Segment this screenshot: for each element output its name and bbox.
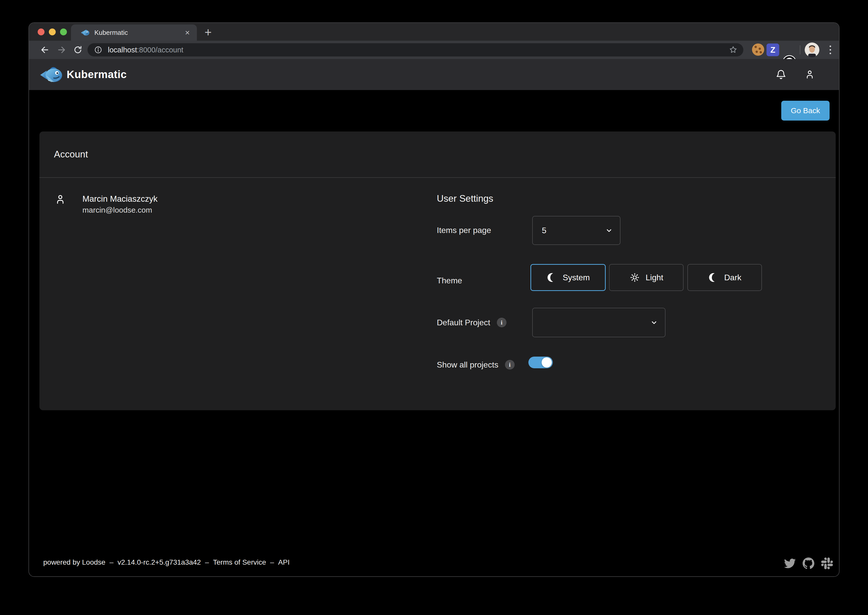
user-settings-title: User Settings xyxy=(437,193,493,204)
kubermatic-favicon-fish-icon xyxy=(81,29,90,36)
default-project-select[interactable] xyxy=(532,308,665,337)
forward-button[interactable] xyxy=(56,44,67,55)
sun-icon xyxy=(629,272,640,283)
show-all-projects-label: Show all projects xyxy=(437,360,498,370)
footer-version: v2.14.0-rc.2+5.g731a3a42 xyxy=(117,558,201,567)
account-person-icon xyxy=(54,193,66,206)
app-header: Kubermatic xyxy=(29,59,839,90)
url-host: localhost xyxy=(108,46,137,54)
chevron-down-icon xyxy=(605,226,614,235)
footer-dash: – xyxy=(205,558,209,567)
kubermatic-logo-fish-icon[interactable] xyxy=(39,65,63,84)
account-card: Account Marcin Maciaszczyk marcin@loodse… xyxy=(39,131,836,410)
tab-strip: Kubermatic × + xyxy=(29,23,839,41)
github-icon[interactable] xyxy=(802,557,814,569)
footer-terms-link[interactable]: Terms of Service xyxy=(213,558,266,567)
tab-close-icon[interactable]: × xyxy=(185,28,190,37)
twitter-icon[interactable] xyxy=(784,557,796,569)
browser-menu-icon[interactable] xyxy=(827,44,834,55)
notifications-bell-icon[interactable] xyxy=(775,69,787,80)
reload-button[interactable] xyxy=(72,44,83,55)
theme-system-label: System xyxy=(563,273,590,283)
theme-dark-button[interactable]: Dark xyxy=(687,264,762,291)
minimize-window-button[interactable] xyxy=(49,28,56,35)
browser-toolbar: localhost:8000/account Z 8 xyxy=(29,41,839,59)
tab-title: Kubermatic xyxy=(94,29,185,37)
footer-dash: – xyxy=(109,558,114,567)
new-tab-button[interactable]: + xyxy=(201,25,215,39)
site-info-icon[interactable] xyxy=(94,46,102,54)
theme-dark-label: Dark xyxy=(724,273,742,283)
back-button[interactable] xyxy=(39,44,50,55)
footer-powered-by-link[interactable]: powered by Loodse xyxy=(43,558,105,567)
theme-label: Theme xyxy=(437,276,462,286)
footer-dash: – xyxy=(270,558,274,567)
theme-system-button[interactable]: System xyxy=(531,264,606,291)
toggle-thumb xyxy=(542,357,552,368)
close-window-button[interactable] xyxy=(37,28,45,35)
theme-light-label: Light xyxy=(646,273,663,283)
bookmark-star-icon[interactable] xyxy=(729,45,738,55)
z-extension-icon[interactable]: Z xyxy=(767,44,779,56)
user-email: marcin@loodse.com xyxy=(83,206,152,214)
slack-icon[interactable] xyxy=(821,557,833,569)
forward-arrow-icon xyxy=(56,45,67,55)
show-all-projects-info-icon[interactable]: i xyxy=(505,360,515,370)
moon-icon xyxy=(708,272,719,283)
reload-icon xyxy=(73,45,83,55)
cookie-extension-icon[interactable] xyxy=(752,44,764,56)
zoom-window-button[interactable] xyxy=(60,28,67,35)
items-per-page-select[interactable]: 5 xyxy=(532,216,620,245)
items-per-page-label: Items per page xyxy=(437,226,491,235)
brand-title: Kubermatic xyxy=(67,59,127,90)
show-all-projects-toggle[interactable] xyxy=(528,357,553,368)
browser-tab-kubermatic[interactable]: Kubermatic × xyxy=(71,24,197,41)
footer: powered by Loodse – v2.14.0-rc.2+5.g731a… xyxy=(43,558,289,567)
go-back-button[interactable]: Go Back xyxy=(781,101,830,120)
chevron-down-icon xyxy=(650,318,658,327)
footer-api-link[interactable]: API xyxy=(278,558,289,567)
url-bar[interactable]: localhost:8000/account xyxy=(87,43,743,56)
user-name: Marcin Maciaszczyk xyxy=(83,194,158,204)
default-project-label: Default Project xyxy=(437,318,490,327)
browser-profile-avatar[interactable] xyxy=(805,42,820,57)
back-arrow-icon xyxy=(40,45,50,55)
items-per-page-value: 5 xyxy=(542,226,605,235)
url-text: localhost:8000/account xyxy=(108,46,729,54)
moon-icon xyxy=(546,272,557,283)
default-project-info-icon[interactable]: i xyxy=(497,318,506,327)
url-path: :8000/account xyxy=(137,46,183,54)
traffic-lights xyxy=(37,28,67,35)
theme-light-button[interactable]: Light xyxy=(609,264,684,291)
card-divider xyxy=(39,177,836,178)
card-title: Account xyxy=(54,131,88,177)
browser-window: Kubermatic × + localhost:8000/account Z xyxy=(28,22,840,577)
toolbar-separator xyxy=(800,45,800,55)
avatar-image xyxy=(805,42,820,57)
user-menu-icon[interactable] xyxy=(804,69,815,80)
